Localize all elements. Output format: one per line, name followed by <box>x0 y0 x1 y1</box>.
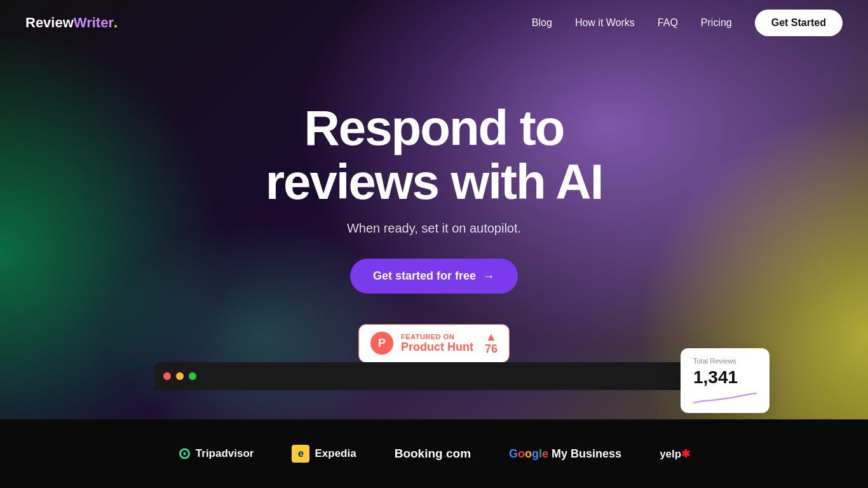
hero-title: Respond to reviews with AI <box>266 101 603 208</box>
dashboard-preview <box>148 362 720 413</box>
yelp-label: yelp✱ <box>660 447 690 461</box>
product-hunt-text: FEATURED ON Product Hunt <box>401 333 473 354</box>
ph-name: Product Hunt <box>401 341 473 354</box>
logo[interactable]: ReviewWriter. <box>25 15 118 31</box>
hero-subtitle: When ready, set it on autopilot. <box>266 221 603 236</box>
yelp-logo: yelp✱ <box>660 447 690 461</box>
navbar: ReviewWriter. Blog How it Works FAQ Pric… <box>0 0 868 46</box>
tripadvisor-logo: ⊙ Tripadvisor <box>178 445 254 463</box>
stats-chart <box>693 391 757 404</box>
nav-links: Blog How it Works FAQ Pricing Get Starte… <box>532 10 843 36</box>
browser-dot-yellow <box>176 372 184 380</box>
ph-votes: ▲ 76 <box>485 331 498 356</box>
hero-section: Respond to reviews with AI When ready, s… <box>0 0 868 419</box>
nav-faq[interactable]: FAQ <box>658 17 678 29</box>
nav-get-started-button[interactable]: Get Started <box>755 10 843 36</box>
tripadvisor-icon: ⊙ <box>178 445 191 463</box>
browser-dot-red <box>163 372 171 380</box>
product-hunt-badge[interactable]: P FEATURED ON Product Hunt ▲ 76 <box>358 324 510 363</box>
nav-blog[interactable]: Blog <box>532 17 552 29</box>
tripadvisor-label: Tripadvisor <box>196 447 254 460</box>
google-my-business-logo: Google My Business <box>509 447 621 461</box>
product-hunt-icon: P <box>370 332 393 355</box>
booking-label: Booking.com <box>395 447 471 461</box>
expedia-logo: e Expedia <box>292 445 356 463</box>
cta-button[interactable]: Get started for free → <box>350 259 518 294</box>
ph-featured-label: FEATURED ON <box>401 333 454 341</box>
booking-logo: Booking.com <box>395 447 471 461</box>
logo-writer: Writer <box>74 15 114 31</box>
stats-value: 1,341 <box>693 367 757 388</box>
ph-upvote-icon: ▲ <box>485 331 497 342</box>
cta-label: Get started for free <box>373 269 476 283</box>
stats-card: Total Reviews 1,341 <box>681 348 770 413</box>
hero-title-line2: reviews with AI <box>266 154 603 210</box>
google-my-business-label: Google My Business <box>509 447 621 461</box>
cta-arrow: → <box>482 269 495 283</box>
hero-content: Respond to reviews with AI When ready, s… <box>266 101 603 362</box>
nav-pricing[interactable]: Pricing <box>701 17 732 29</box>
browser-dot-green <box>189 372 196 380</box>
expedia-label: Expedia <box>315 447 356 460</box>
nav-how-it-works[interactable]: How it Works <box>575 17 635 29</box>
ph-vote-count: 76 <box>485 342 498 356</box>
expedia-icon: e <box>292 445 309 463</box>
stats-label: Total Reviews <box>693 357 757 365</box>
footer-bar: ⊙ Tripadvisor e Expedia Booking.com Goog… <box>0 419 868 488</box>
logo-review: Review <box>25 15 74 31</box>
logo-dot: . <box>114 15 118 31</box>
browser-bar <box>154 362 714 390</box>
hero-title-line1: Respond to <box>304 100 564 156</box>
